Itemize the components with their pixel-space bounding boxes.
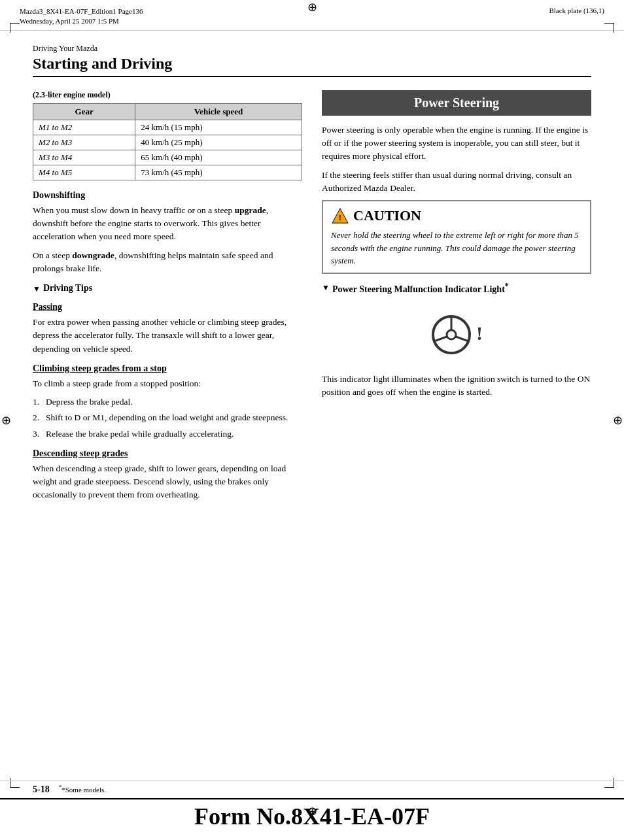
header-date: Wednesday, April 25 2007 1:5 PM [20, 16, 143, 26]
table-row: M3 to M4 65 km/h (40 mph) [33, 150, 302, 165]
caution-label: CAUTION [353, 207, 421, 224]
caution-triangle-icon: ! [331, 207, 349, 225]
gear-cell: M3 to M4 [33, 150, 135, 165]
footnote: **Some models. [59, 786, 106, 794]
crop-mark-tr [604, 23, 614, 33]
caution-text: Never hold the steering wheel to the ext… [331, 229, 582, 267]
table-header-speed: Vehicle speed [135, 103, 302, 120]
right-column: Power Steering Power steering is only op… [322, 90, 591, 507]
speed-cell: 24 km/h (15 mph) [135, 120, 302, 135]
gear-table: Gear Vehicle speed M1 to M2 24 km/h (15 … [33, 103, 302, 180]
malfunction-heading: ▼ Power Steering Malfunction Indicator L… [322, 282, 591, 295]
two-col-layout: (2.3-liter engine model) Gear Vehicle sp… [33, 90, 591, 507]
page-container: ⊕ ⊕ ⊕ ⊕ Mazda3_8X41-EA-07F_Edition1 Page… [0, 0, 624, 840]
content-area: Driving Your Mazda Starting and Driving … [0, 31, 624, 520]
caution-header: ! CAUTION [331, 207, 582, 225]
page-number: 5-18 [33, 784, 50, 794]
reg-mark-left: ⊕ [1, 414, 11, 426]
downshifting-heading: Downshifting [33, 190, 302, 201]
table-header-gear: Gear [33, 103, 135, 120]
downgrade-bold: downgrade [72, 250, 114, 260]
list-num: 3. [33, 428, 46, 441]
crop-mark-tl [10, 23, 20, 33]
climbing-steps-list: 1. Depress the brake pedal. 2. Shift to … [33, 395, 302, 441]
gear-cell: M2 to M3 [33, 135, 135, 150]
header-filename: Mazda3_8X41-EA-07F_Edition1 Page136 [20, 7, 143, 16]
page-footer: 5-18 **Some models. Form No.8X41-EA-07F [0, 780, 624, 840]
ps-stiffer-text: If the steering feels stiffer than usual… [322, 169, 591, 195]
descending-heading: Descending steep grades [33, 448, 302, 459]
indicator-icon-area: ! [322, 307, 591, 360]
header-plate: Black plate (136,1) [549, 7, 604, 14]
list-text: Release the brake pedal while gradually … [46, 428, 302, 441]
list-text: Depress the brake pedal. [46, 395, 302, 409]
svg-line-6 [456, 337, 468, 341]
footer-top: 5-18 **Some models. [0, 780, 624, 798]
list-text: Shift to D or M1, depending on the load … [46, 411, 302, 424]
malfunction-heading-text: Power Steering Malfunction Indicator Lig… [332, 282, 509, 295]
passing-heading: Passing [33, 302, 302, 312]
gear-cell: M4 to M5 [33, 165, 135, 180]
triangle-icon: ▼ [33, 284, 41, 294]
downshifting-text2: On a steep downgrade, downshifting helps… [33, 249, 302, 276]
list-num: 1. [33, 395, 46, 409]
speed-cell: 40 km/h (25 mph) [135, 135, 302, 150]
caution-box: ! CAUTION Never hold the steering wheel … [322, 200, 591, 274]
power-steering-indicator-icon: ! [424, 307, 489, 360]
climbing-heading: Climbing steep grades from a stop [33, 363, 302, 374]
table-row: M1 to M2 24 km/h (15 mph) [33, 120, 302, 135]
svg-line-5 [434, 337, 447, 341]
table-row: M4 to M5 73 km/h (45 mph) [33, 165, 302, 180]
power-steering-title: Power Steering [414, 95, 499, 110]
form-number: Form No.8X41-EA-07F [0, 798, 624, 840]
downshifting-text1: When you must slow down in heavy traffic… [33, 204, 302, 244]
left-column: (2.3-liter engine model) Gear Vehicle sp… [33, 90, 302, 507]
upgrade-bold: upgrade [235, 205, 266, 215]
triangle-icon-ps: ▼ [322, 283, 330, 293]
reg-mark-right: ⊕ [613, 414, 623, 426]
list-num: 2. [33, 411, 46, 424]
driving-tips-heading: ▼ Driving Tips [33, 283, 302, 294]
section-title: Starting and Driving [33, 55, 591, 77]
page-number-area: 5-18 **Some models. [33, 784, 106, 795]
svg-text:!: ! [339, 212, 341, 222]
list-item: 3. Release the brake pedal while gradual… [33, 428, 302, 441]
indicator-text: This indicator light illuminates when th… [322, 373, 591, 399]
ps-intro-text: Power steering is only operable when the… [322, 124, 591, 163]
climbing-intro: To climb a steep grade from a stopped po… [33, 377, 302, 390]
reg-mark-top: ⊕ [307, 1, 317, 13]
table-row: M2 to M3 40 km/h (25 mph) [33, 135, 302, 150]
speed-cell: 73 km/h (45 mph) [135, 165, 302, 180]
list-item: 1. Depress the brake pedal. [33, 395, 302, 409]
power-steering-title-box: Power Steering [322, 90, 591, 116]
svg-point-3 [447, 330, 456, 339]
list-item: 2. Shift to D or M1, depending on the lo… [33, 411, 302, 424]
section-meta: Driving Your Mazda [33, 44, 591, 54]
descending-text: When descending a steep grade, shift to … [33, 462, 302, 502]
gear-cell: M1 to M2 [33, 120, 135, 135]
header-left: Mazda3_8X41-EA-07F_Edition1 Page136 Wedn… [20, 7, 143, 27]
driving-tips-label: Driving Tips [43, 283, 92, 294]
speed-cell: 65 km/h (40 mph) [135, 150, 302, 165]
engine-model-label: (2.3-liter engine model) [33, 90, 302, 100]
svg-text:!: ! [476, 322, 483, 344]
passing-text: For extra power when passing another veh… [33, 316, 302, 356]
